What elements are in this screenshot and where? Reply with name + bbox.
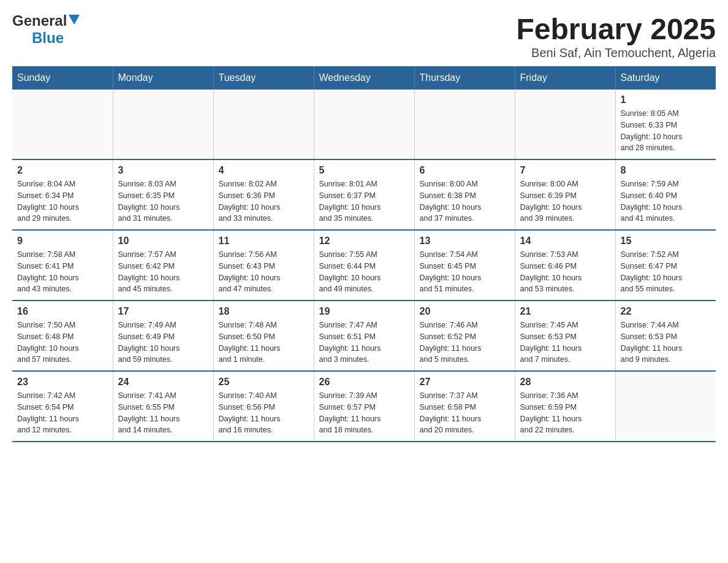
day-number: 24 bbox=[118, 377, 208, 388]
day-info: Sunrise: 7:45 AMSunset: 6:53 PMDaylight:… bbox=[520, 320, 610, 366]
day-number: 20 bbox=[420, 306, 510, 317]
day-info: Sunrise: 7:53 AMSunset: 6:46 PMDaylight:… bbox=[520, 249, 610, 295]
table-row: 3Sunrise: 8:03 AMSunset: 6:35 PMDaylight… bbox=[113, 159, 213, 230]
page-header: General Blue February 2025 Beni Saf, Ain… bbox=[12, 12, 716, 60]
day-info: Sunrise: 7:40 AMSunset: 6:56 PMDaylight:… bbox=[219, 390, 309, 436]
day-number: 9 bbox=[17, 236, 108, 247]
day-info: Sunrise: 8:00 AMSunset: 6:38 PMDaylight:… bbox=[420, 178, 510, 224]
day-info: Sunrise: 7:42 AMSunset: 6:54 PMDaylight:… bbox=[17, 390, 108, 436]
day-info: Sunrise: 7:56 AMSunset: 6:43 PMDaylight:… bbox=[219, 249, 309, 295]
title-block: February 2025 Beni Saf, Ain Temouchent, … bbox=[516, 12, 716, 60]
table-row bbox=[113, 90, 213, 159]
logo-general-text: General bbox=[12, 12, 67, 29]
calendar-week-row: 23Sunrise: 7:42 AMSunset: 6:54 PMDayligh… bbox=[12, 371, 716, 442]
table-row: 26Sunrise: 7:39 AMSunset: 6:57 PMDayligh… bbox=[314, 371, 414, 442]
col-monday: Monday bbox=[113, 66, 213, 90]
col-thursday: Thursday bbox=[414, 66, 515, 90]
col-wednesday: Wednesday bbox=[314, 66, 414, 90]
table-row bbox=[615, 371, 716, 442]
table-row bbox=[414, 90, 515, 159]
day-number: 11 bbox=[219, 236, 309, 247]
table-row: 13Sunrise: 7:54 AMSunset: 6:45 PMDayligh… bbox=[414, 230, 515, 301]
day-info: Sunrise: 7:46 AMSunset: 6:52 PMDaylight:… bbox=[420, 320, 510, 366]
day-info: Sunrise: 7:50 AMSunset: 6:48 PMDaylight:… bbox=[17, 320, 108, 366]
table-row: 20Sunrise: 7:46 AMSunset: 6:52 PMDayligh… bbox=[414, 301, 515, 371]
day-number: 6 bbox=[420, 165, 510, 176]
day-info: Sunrise: 7:47 AMSunset: 6:51 PMDaylight:… bbox=[319, 320, 409, 366]
calendar-week-row: 2Sunrise: 8:04 AMSunset: 6:34 PMDaylight… bbox=[12, 159, 716, 230]
day-info: Sunrise: 7:44 AMSunset: 6:53 PMDaylight:… bbox=[621, 320, 711, 366]
day-info: Sunrise: 7:41 AMSunset: 6:55 PMDaylight:… bbox=[118, 390, 208, 436]
day-info: Sunrise: 8:00 AMSunset: 6:39 PMDaylight:… bbox=[520, 178, 610, 224]
day-info: Sunrise: 7:52 AMSunset: 6:47 PMDaylight:… bbox=[621, 249, 711, 295]
day-info: Sunrise: 7:58 AMSunset: 6:41 PMDaylight:… bbox=[17, 249, 108, 295]
day-info: Sunrise: 8:01 AMSunset: 6:37 PMDaylight:… bbox=[319, 178, 409, 224]
table-row: 24Sunrise: 7:41 AMSunset: 6:55 PMDayligh… bbox=[113, 371, 213, 442]
day-number: 22 bbox=[621, 306, 711, 317]
table-row: 21Sunrise: 7:45 AMSunset: 6:53 PMDayligh… bbox=[515, 301, 615, 371]
day-number: 17 bbox=[118, 306, 208, 317]
table-row: 10Sunrise: 7:57 AMSunset: 6:42 PMDayligh… bbox=[113, 230, 213, 301]
table-row: 22Sunrise: 7:44 AMSunset: 6:53 PMDayligh… bbox=[615, 301, 716, 371]
table-row: 14Sunrise: 7:53 AMSunset: 6:46 PMDayligh… bbox=[515, 230, 615, 301]
table-row: 27Sunrise: 7:37 AMSunset: 6:58 PMDayligh… bbox=[414, 371, 515, 442]
col-tuesday: Tuesday bbox=[213, 66, 314, 90]
table-row: 5Sunrise: 8:01 AMSunset: 6:37 PMDaylight… bbox=[314, 159, 414, 230]
table-row bbox=[515, 90, 615, 159]
day-info: Sunrise: 7:49 AMSunset: 6:49 PMDaylight:… bbox=[118, 320, 208, 366]
day-number: 25 bbox=[219, 377, 309, 388]
day-number: 1 bbox=[621, 94, 711, 105]
day-number: 3 bbox=[118, 165, 208, 176]
day-number: 7 bbox=[520, 165, 610, 176]
calendar-week-row: 1Sunrise: 8:05 AMSunset: 6:33 PMDaylight… bbox=[12, 90, 716, 159]
day-number: 13 bbox=[420, 236, 510, 247]
day-number: 21 bbox=[520, 306, 610, 317]
table-row: 9Sunrise: 7:58 AMSunset: 6:41 PMDaylight… bbox=[12, 230, 113, 301]
table-row: 28Sunrise: 7:36 AMSunset: 6:59 PMDayligh… bbox=[515, 371, 615, 442]
day-number: 15 bbox=[621, 236, 711, 247]
day-number: 16 bbox=[17, 306, 108, 317]
col-saturday: Saturday bbox=[615, 66, 716, 90]
table-row: 17Sunrise: 7:49 AMSunset: 6:49 PMDayligh… bbox=[113, 301, 213, 371]
page-title: February 2025 bbox=[516, 12, 716, 46]
table-row: 6Sunrise: 8:00 AMSunset: 6:38 PMDaylight… bbox=[414, 159, 515, 230]
table-row: 16Sunrise: 7:50 AMSunset: 6:48 PMDayligh… bbox=[12, 301, 113, 371]
page-subtitle: Beni Saf, Ain Temouchent, Algeria bbox=[516, 46, 716, 60]
day-number: 10 bbox=[118, 236, 208, 247]
calendar-week-row: 16Sunrise: 7:50 AMSunset: 6:48 PMDayligh… bbox=[12, 301, 716, 371]
table-row: 12Sunrise: 7:55 AMSunset: 6:44 PMDayligh… bbox=[314, 230, 414, 301]
day-info: Sunrise: 7:37 AMSunset: 6:58 PMDaylight:… bbox=[420, 390, 510, 436]
day-number: 12 bbox=[319, 236, 409, 247]
day-info: Sunrise: 7:54 AMSunset: 6:45 PMDaylight:… bbox=[420, 249, 510, 295]
logo-blue-text: Blue bbox=[32, 29, 64, 46]
table-row: 4Sunrise: 8:02 AMSunset: 6:36 PMDaylight… bbox=[213, 159, 314, 230]
day-info: Sunrise: 7:48 AMSunset: 6:50 PMDaylight:… bbox=[219, 320, 309, 366]
day-number: 5 bbox=[319, 165, 409, 176]
table-row: 7Sunrise: 8:00 AMSunset: 6:39 PMDaylight… bbox=[515, 159, 615, 230]
col-friday: Friday bbox=[515, 66, 615, 90]
logo: General Blue bbox=[12, 12, 80, 47]
table-row: 25Sunrise: 7:40 AMSunset: 6:56 PMDayligh… bbox=[213, 371, 314, 442]
day-number: 18 bbox=[219, 306, 309, 317]
logo-triangle-icon bbox=[69, 15, 80, 25]
calendar-week-row: 9Sunrise: 7:58 AMSunset: 6:41 PMDaylight… bbox=[12, 230, 716, 301]
day-info: Sunrise: 8:03 AMSunset: 6:35 PMDaylight:… bbox=[118, 178, 208, 224]
day-number: 8 bbox=[621, 165, 711, 176]
table-row: 23Sunrise: 7:42 AMSunset: 6:54 PMDayligh… bbox=[12, 371, 113, 442]
day-info: Sunrise: 8:04 AMSunset: 6:34 PMDaylight:… bbox=[17, 178, 108, 224]
day-info: Sunrise: 8:05 AMSunset: 6:33 PMDaylight:… bbox=[621, 108, 711, 154]
col-sunday: Sunday bbox=[12, 66, 113, 90]
day-number: 4 bbox=[219, 165, 309, 176]
table-row: 19Sunrise: 7:47 AMSunset: 6:51 PMDayligh… bbox=[314, 301, 414, 371]
day-number: 23 bbox=[17, 377, 108, 388]
day-info: Sunrise: 7:39 AMSunset: 6:57 PMDaylight:… bbox=[319, 390, 409, 436]
calendar-header-row: Sunday Monday Tuesday Wednesday Thursday… bbox=[12, 66, 716, 90]
table-row: 2Sunrise: 8:04 AMSunset: 6:34 PMDaylight… bbox=[12, 159, 113, 230]
day-number: 27 bbox=[420, 377, 510, 388]
table-row: 11Sunrise: 7:56 AMSunset: 6:43 PMDayligh… bbox=[213, 230, 314, 301]
table-row bbox=[12, 90, 113, 159]
table-row: 1Sunrise: 8:05 AMSunset: 6:33 PMDaylight… bbox=[615, 90, 716, 159]
table-row bbox=[314, 90, 414, 159]
table-row: 15Sunrise: 7:52 AMSunset: 6:47 PMDayligh… bbox=[615, 230, 716, 301]
table-row bbox=[213, 90, 314, 159]
